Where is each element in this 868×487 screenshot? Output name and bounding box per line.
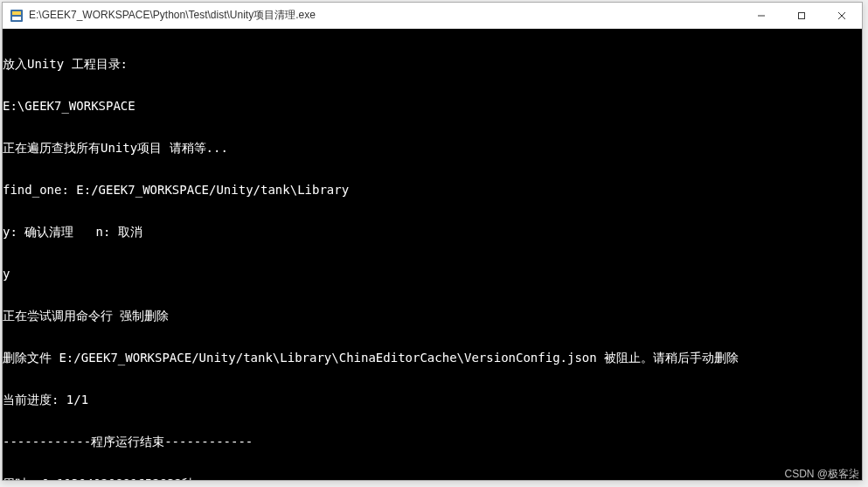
console-line: ------------程序运行结束------------: [3, 435, 862, 449]
console-line: 正在遍历查找所有Unity项目 请稍等...: [3, 141, 862, 155]
app-window: E:\GEEK7_WORKSPACE\Python\Test\dist\Unit…: [2, 2, 863, 481]
console-line: 当前进度: 1/1: [3, 393, 862, 407]
console-line: 用时: 0.11304020881652832秒: [3, 477, 862, 480]
titlebar[interactable]: E:\GEEK7_WORKSPACE\Python\Test\dist\Unit…: [3, 3, 862, 29]
svg-rect-2: [12, 17, 21, 20]
svg-rect-1: [12, 11, 21, 15]
console-line: 正在尝试调用命令行 强制删除: [3, 309, 862, 323]
window-controls: [741, 3, 862, 28]
console-line: y: 确认清理 n: 取消: [3, 225, 862, 239]
minimize-button[interactable]: [741, 3, 781, 28]
console-line: 放入Unity 工程目录:: [3, 57, 862, 71]
console-line: E:\GEEK7_WORKSPACE: [3, 99, 862, 113]
app-icon: [10, 9, 24, 23]
maximize-button[interactable]: [781, 3, 822, 28]
watermark: CSDN @极客柒: [784, 467, 859, 482]
close-button[interactable]: [822, 3, 862, 28]
window-title: E:\GEEK7_WORKSPACE\Python\Test\dist\Unit…: [29, 8, 741, 23]
console-line: 删除文件 E:/GEEK7_WORKSPACE/Unity/tank\Libra…: [3, 351, 862, 365]
svg-rect-4: [799, 12, 805, 18]
console-line: y: [3, 267, 862, 281]
console-line: find_one: E:/GEEK7_WORKSPACE/Unity/tank\…: [3, 183, 862, 197]
console-output[interactable]: 放入Unity 工程目录: E:\GEEK7_WORKSPACE 正在遍历查找所…: [3, 29, 862, 480]
